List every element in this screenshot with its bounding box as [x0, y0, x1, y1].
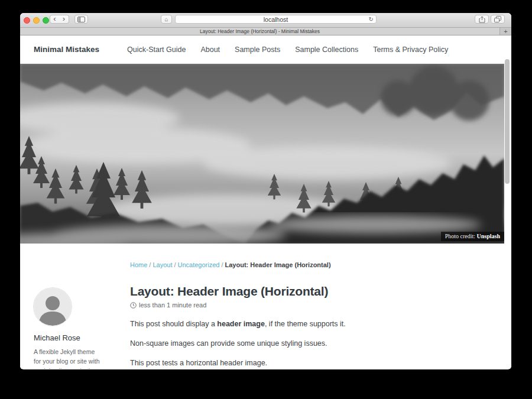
- site-title-link[interactable]: Minimal Mistakes: [34, 45, 99, 54]
- scrollbar-thumb[interactable]: [505, 59, 510, 184]
- browser-window: ‹ › ⌂ localhost ↻: [20, 13, 511, 369]
- post-body: This post should display a header image,…: [130, 320, 485, 367]
- paragraph-1: This post should display a header image,…: [130, 320, 485, 328]
- nav-item-terms-privacy[interactable]: Terms & Privacy Policy: [373, 46, 448, 54]
- window-controls: [24, 17, 49, 24]
- share-button[interactable]: [475, 15, 489, 24]
- tab-bar: Layout: Header Image (Horizontal) - Mini…: [20, 28, 511, 35]
- nav-item-sample-posts[interactable]: Sample Posts: [235, 46, 280, 54]
- forward-button[interactable]: ›: [59, 15, 69, 24]
- nav-item-quick-start-guide[interactable]: Quick-Start Guide: [127, 46, 186, 54]
- post-meta: less than 1 minute read: [130, 301, 485, 309]
- zoom-window-button[interactable]: [43, 17, 49, 24]
- breadcrumb-link-uncategorized[interactable]: Uncategorized: [178, 261, 220, 268]
- reload-icon: ↻: [369, 16, 374, 22]
- paragraph-2: Non-square images can provide some uniqu…: [130, 339, 485, 348]
- tab-overview-button[interactable]: [491, 15, 505, 24]
- site-masthead: Minimal Mistakes Quick-Start Guide About…: [20, 35, 511, 64]
- post-page: Michael Rose A flexible Jekyll theme for…: [20, 244, 511, 369]
- breadcrumb-separator: /: [149, 261, 151, 268]
- breadcrumb: Home/Layout/Uncategorized/Layout: Header…: [130, 261, 485, 268]
- address-bar[interactable]: localhost ↻: [175, 15, 377, 24]
- home-icon: ⌂: [164, 16, 168, 22]
- bold-header-image: header image: [217, 320, 265, 328]
- share-icon: [479, 16, 485, 23]
- breadcrumb-link-layout[interactable]: Layout: [153, 261, 172, 268]
- url-text: localhost: [176, 16, 376, 23]
- close-window-button[interactable]: [24, 17, 30, 24]
- post-title: Layout: Header Image (Horizontal): [130, 284, 485, 299]
- plus-icon: +: [504, 28, 507, 35]
- author-name: Michael Rose: [34, 333, 122, 342]
- author-bio: A flexible Jekyll theme for your blog or…: [34, 348, 100, 369]
- clock-icon: [130, 302, 137, 309]
- page-viewport: Minimal Mistakes Quick-Start Guide About…: [20, 35, 511, 369]
- reload-button[interactable]: ↻: [369, 15, 374, 23]
- author-sidebar: Michael Rose A flexible Jekyll theme for…: [34, 288, 122, 369]
- nav-item-sample-collections[interactable]: Sample Collections: [295, 46, 358, 54]
- paragraph-3: This post tests a horizontal header imag…: [130, 359, 485, 367]
- site-nav: Quick-Start Guide About Sample Posts Sam…: [127, 46, 448, 54]
- breadcrumb-separator: /: [174, 261, 176, 268]
- back-icon: ‹: [53, 15, 56, 22]
- post-main-column: Home/Layout/Uncategorized/Layout: Header…: [130, 261, 485, 367]
- breadcrumb-link-home[interactable]: Home: [130, 261, 147, 268]
- home-button[interactable]: ⌂: [161, 15, 172, 24]
- forward-icon: ›: [63, 15, 65, 22]
- tab-overview-icon: [494, 16, 501, 22]
- person-silhouette-icon: [34, 288, 72, 326]
- header-image: Photo credit: Unsplash: [20, 64, 504, 244]
- sidebar-icon: [77, 17, 85, 22]
- avatar: [34, 288, 72, 326]
- tab-title: Layout: Header Image (Horizontal) - Mini…: [200, 28, 320, 34]
- sidebar-toggle-button[interactable]: [74, 15, 88, 24]
- photo-credit: Photo credit: Unsplash: [441, 232, 504, 241]
- nav-item-about[interactable]: About: [200, 46, 220, 54]
- browser-toolbar: ‹ › ⌂ localhost ↻: [20, 13, 511, 28]
- read-time: less than 1 minute read: [139, 301, 206, 309]
- back-button[interactable]: ‹: [50, 15, 60, 24]
- photo-credit-source: Unsplash: [477, 233, 500, 239]
- new-tab-button[interactable]: +: [499, 28, 511, 35]
- active-tab[interactable]: Layout: Header Image (Horizontal) - Mini…: [20, 28, 499, 35]
- foggy-forest-illustration: [20, 64, 504, 244]
- minimize-window-button[interactable]: [33, 17, 40, 24]
- breadcrumb-current: Layout: Header Image (Horizontal): [225, 261, 331, 268]
- breadcrumb-separator: /: [221, 261, 223, 268]
